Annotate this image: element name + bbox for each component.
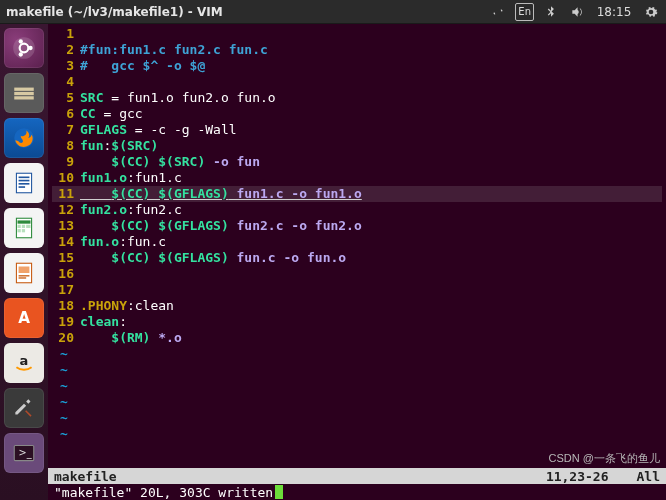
line-number: 9 — [52, 154, 80, 170]
line-number: 3 — [52, 58, 80, 74]
svg-rect-7 — [14, 96, 34, 99]
code-line[interactable]: 8fun:$(SRC) — [52, 138, 662, 154]
line-text: clean: — [80, 314, 662, 330]
line-text: CC = gcc — [80, 106, 662, 122]
svg-text:>_: >_ — [19, 447, 32, 459]
impress-icon[interactable] — [4, 253, 44, 293]
line-text: $(CC) $(GFLAGS) fun1.c -o fun1.o — [80, 186, 662, 202]
line-number: 17 — [52, 282, 80, 298]
code-line[interactable]: 4 — [52, 74, 662, 90]
code-line[interactable]: 3# gcc $^ -o $@ — [52, 58, 662, 74]
line-text: .PHONY:clean — [80, 298, 662, 314]
code-line[interactable]: 13 $(CC) $(GFLAGS) fun2.c -o fun2.o — [52, 218, 662, 234]
status-filename: makefile — [54, 469, 117, 484]
line-text: # gcc $^ -o $@ — [80, 58, 662, 74]
svg-rect-19 — [18, 229, 21, 232]
svg-point-3 — [19, 39, 23, 43]
code-area[interactable]: 12#fun:fun1.c fun2.c fun.c3# gcc $^ -o $… — [48, 24, 666, 468]
status-scroll: All — [637, 469, 660, 484]
settings-icon[interactable] — [4, 388, 44, 428]
bluetooth-icon[interactable] — [542, 3, 560, 21]
empty-line: ~ — [52, 378, 662, 394]
writer-icon[interactable] — [4, 163, 44, 203]
gear-icon[interactable] — [642, 3, 660, 21]
line-number: 18 — [52, 298, 80, 314]
line-number: 6 — [52, 106, 80, 122]
line-number: 16 — [52, 266, 80, 282]
code-line[interactable]: 17 — [52, 282, 662, 298]
code-line[interactable]: 18.PHONY:clean — [52, 298, 662, 314]
svg-rect-23 — [19, 275, 30, 276]
svg-rect-5 — [14, 88, 34, 91]
firefox-icon[interactable] — [4, 118, 44, 158]
amazon-icon[interactable]: a — [4, 343, 44, 383]
line-number: 12 — [52, 202, 80, 218]
svg-rect-18 — [26, 225, 30, 228]
status-position: 11,23-26 — [546, 469, 609, 484]
code-line[interactable]: 11 $(CC) $(GFLAGS) fun1.c -o fun1.o — [52, 186, 662, 202]
line-number: 19 — [52, 314, 80, 330]
code-line[interactable]: 15 $(CC) $(GFLAGS) fun.c -o fun.o — [52, 250, 662, 266]
code-line[interactable]: 10fun1.o:fun1.c — [52, 170, 662, 186]
watermark: CSDN @一条飞的鱼儿 — [549, 451, 660, 466]
code-line[interactable]: 5SRC = fun1.o fun2.o fun.o — [52, 90, 662, 106]
svg-text:A: A — [18, 309, 30, 327]
code-line[interactable]: 14fun.o:fun.c — [52, 234, 662, 250]
code-line[interactable]: 1 — [52, 26, 662, 42]
calc-icon[interactable] — [4, 208, 44, 248]
line-text: GFLAGS = -c -g -Wall — [80, 122, 662, 138]
svg-rect-12 — [19, 183, 30, 185]
network-icon[interactable] — [489, 3, 507, 21]
code-line[interactable]: 6CC = gcc — [52, 106, 662, 122]
vim-editor[interactable]: 12#fun:fun1.c fun2.c fun.c3# gcc $^ -o $… — [48, 24, 666, 500]
line-number: 2 — [52, 42, 80, 58]
terminal-icon[interactable]: >_ — [4, 433, 44, 473]
line-number: 13 — [52, 218, 80, 234]
svg-rect-11 — [19, 180, 30, 182]
window-title: makefile (~/lv3/makefile1) - VIM — [6, 5, 223, 19]
line-number: 10 — [52, 170, 80, 186]
vim-command-line[interactable]: "makefile" 20L, 303C written — [48, 484, 666, 500]
line-text: $(CC) $(SRC) -o fun — [80, 154, 662, 170]
code-line[interactable]: 19clean: — [52, 314, 662, 330]
status-message: "makefile" 20L, 303C written — [54, 485, 273, 500]
line-number: 15 — [52, 250, 80, 266]
svg-rect-17 — [22, 225, 25, 228]
code-line[interactable]: 2#fun:fun1.c fun2.c fun.c — [52, 42, 662, 58]
svg-rect-6 — [14, 92, 34, 95]
line-number: 14 — [52, 234, 80, 250]
svg-rect-10 — [19, 177, 30, 179]
code-line[interactable]: 12fun2.o:fun2.c — [52, 202, 662, 218]
empty-line: ~ — [52, 394, 662, 410]
line-number: 4 — [52, 74, 80, 90]
svg-point-2 — [28, 46, 32, 50]
input-method-icon[interactable]: En — [515, 3, 534, 21]
line-text: #fun:fun1.c fun2.c fun.c — [80, 42, 662, 58]
line-number: 11 — [52, 186, 80, 202]
menubar: makefile (~/lv3/makefile1) - VIM En 18:1… — [0, 0, 666, 24]
line-text: $(RM) *.o — [80, 330, 662, 346]
empty-line: ~ — [52, 362, 662, 378]
ubuntu-dash-icon[interactable] — [4, 28, 44, 68]
code-line[interactable]: 20 $(RM) *.o — [52, 330, 662, 346]
line-text: fun.o:fun.c — [80, 234, 662, 250]
empty-line: ~ — [52, 426, 662, 442]
software-icon[interactable]: A — [4, 298, 44, 338]
volume-icon[interactable] — [568, 3, 586, 21]
line-text: fun2.o:fun2.c — [80, 202, 662, 218]
empty-line: ~ — [52, 346, 662, 362]
line-number: 7 — [52, 122, 80, 138]
code-line[interactable]: 7GFLAGS = -c -g -Wall — [52, 122, 662, 138]
launcher: A a >_ — [0, 24, 48, 500]
clock[interactable]: 18:15 — [594, 3, 634, 21]
line-text: fun:$(SRC) — [80, 138, 662, 154]
line-number: 5 — [52, 90, 80, 106]
line-number: 8 — [52, 138, 80, 154]
code-line[interactable]: 9 $(CC) $(SRC) -o fun — [52, 154, 662, 170]
svg-point-4 — [19, 52, 23, 56]
files-icon[interactable] — [4, 73, 44, 113]
line-number: 1 — [52, 26, 80, 42]
code-line[interactable]: 16 — [52, 266, 662, 282]
cursor-icon — [275, 485, 283, 499]
svg-rect-22 — [19, 267, 30, 274]
